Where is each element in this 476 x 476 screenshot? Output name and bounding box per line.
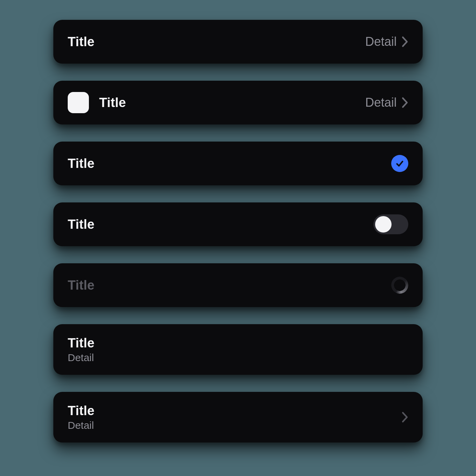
thumbnail-icon [68, 92, 89, 113]
row-subtitle: Detail [68, 352, 94, 363]
row-title: Title [68, 278, 94, 293]
checkmark-badge-icon [391, 155, 408, 172]
row-title: Title [68, 217, 94, 232]
toggle-switch[interactable] [373, 214, 408, 234]
list-row-with-thumbnail[interactable]: Title Detail [53, 81, 423, 124]
row-subtitle: Detail [68, 420, 94, 431]
list-stack: Title Detail Title Detail Title [53, 20, 423, 442]
row-title: Title [68, 404, 94, 418]
list-row-subtitle[interactable]: Title Detail [53, 324, 423, 375]
row-detail: Detail [365, 95, 397, 110]
list-row-basic[interactable]: Title Detail [53, 20, 423, 64]
row-detail: Detail [365, 35, 397, 49]
toggle-knob [375, 216, 392, 233]
row-title: Title [99, 95, 126, 110]
row-title: Title [68, 35, 94, 49]
chevron-right-icon [401, 411, 408, 423]
list-row-loading: Title [53, 263, 423, 307]
list-row-toggle: Title [53, 202, 423, 246]
spinner-icon [391, 277, 408, 294]
list-row-subtitle-chevron[interactable]: Title Detail [53, 392, 423, 442]
chevron-right-icon [401, 97, 408, 108]
row-title: Title [68, 156, 94, 171]
chevron-right-icon [401, 36, 408, 48]
row-title: Title [68, 336, 94, 351]
list-row-checkmark[interactable]: Title [53, 142, 423, 185]
